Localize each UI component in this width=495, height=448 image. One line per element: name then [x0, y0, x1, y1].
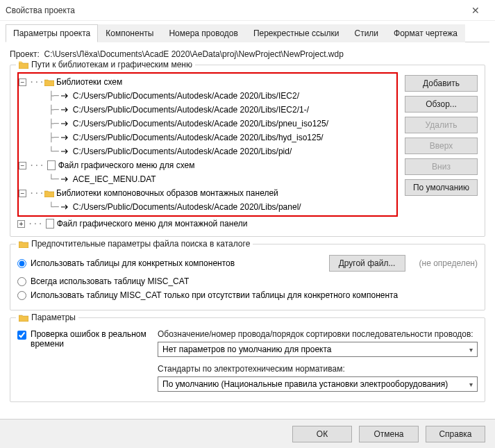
folder-icon — [44, 78, 54, 86]
window-title: Свойства проекта — [6, 6, 462, 15]
tree-node-panel[interactable]: Библиотеки компоновочных образов монтажн… — [56, 188, 278, 198]
tree-node-menu-panel[interactable]: Файл графического меню для монтажной пан… — [57, 219, 248, 229]
expand-icon[interactable]: − — [19, 190, 26, 197]
project-path: C:\Users\Лёха\Documents\AcadE 2020\AeDat… — [44, 49, 344, 59]
tree-item[interactable]: ACE_IEC_MENU.DAT — [73, 174, 156, 184]
folder-icon — [44, 190, 54, 197]
realtime-check[interactable]: Проверка ошибок в реальном времени — [17, 329, 149, 392]
tree-node-schem[interactable]: Библиотеки схем — [56, 77, 122, 87]
catalog-opt1[interactable]: Использовать таблицы для конкретных комп… — [17, 258, 235, 268]
catalog-section-title: Предпочтительные параметры файла поиска … — [31, 239, 250, 249]
ok-button[interactable]: ОК — [292, 426, 352, 442]
tab-xrefs[interactable]: Перекрестные ссылки — [246, 24, 347, 42]
other-file-button[interactable]: Другой файл... — [329, 255, 405, 272]
tab-wires[interactable]: Номера проводов — [161, 24, 246, 42]
arrow-icon — [60, 148, 70, 155]
catalog-opt2[interactable]: Всегда использовать таблицу MISC_CAT — [17, 276, 478, 286]
std-label: Стандарты по электротехническим норматив… — [158, 364, 478, 374]
browse-button[interactable]: Обзор... — [405, 96, 478, 113]
tree-item[interactable]: C:/Users/Public/Documents/Autodesk/Acade… — [73, 105, 309, 115]
tab-styles[interactable]: Стили — [346, 24, 386, 42]
libs-section-title: Пути к библиотекам и графическим меню — [31, 60, 192, 69]
catalog-section: Предпочтительные параметры файла поиска … — [10, 244, 485, 310]
folder-icon — [19, 240, 28, 248]
titlebar: Свойства проекта ✕ — [0, 0, 495, 21]
expand-icon[interactable]: − — [19, 162, 26, 169]
chevron-down-icon: ▾ — [469, 381, 473, 388]
tree-item[interactable]: C:/Users/Public/Documents/Autodesk/Acade… — [73, 202, 301, 212]
params-section: Параметры Проверка ошибок в реальном вре… — [10, 317, 485, 402]
libs-section: Пути к библиотекам и графическим меню −·… — [10, 65, 485, 237]
checkbox-input[interactable] — [17, 331, 26, 340]
arrow-icon — [60, 106, 70, 113]
delete-button[interactable]: Удалить — [405, 117, 478, 133]
highlight-box: −··· Библиотеки схем ├─C:/Users/Public/D… — [17, 72, 398, 217]
tree-item[interactable]: C:/Users/Public/Documents/Autodesk/Acade… — [73, 119, 328, 128]
close-icon[interactable]: ✕ — [462, 5, 489, 16]
project-path-line: Проект: C:\Users\Лёха\Documents\AcadE 20… — [10, 49, 485, 59]
not-defined-label: (не определен) — [419, 258, 478, 268]
tree-item[interactable]: C:/Users/Public/Documents/Autodesk/Acade… — [73, 147, 292, 156]
tree-item[interactable]: C:/Users/Public/Documents/Autodesk/Acade… — [73, 133, 324, 142]
libs-tree[interactable]: −··· Библиотеки схем ├─C:/Users/Public/D… — [17, 72, 398, 231]
desig-combo[interactable]: Нет параметров по умолчанию для проекта … — [158, 342, 478, 357]
add-button[interactable]: Добавить — [405, 75, 478, 92]
arrow-icon — [60, 176, 70, 183]
radio-input[interactable] — [17, 291, 26, 300]
project-label: Проект: — [10, 49, 40, 59]
arrow-icon — [60, 92, 70, 99]
tab-components[interactable]: Компоненты — [98, 24, 161, 42]
chevron-down-icon: ▾ — [469, 346, 473, 354]
catalog-opt3[interactable]: Использовать таблицу MISC_CAT только при… — [17, 290, 478, 300]
up-button[interactable]: Вверх — [405, 138, 478, 154]
folder-icon — [19, 314, 28, 322]
arrow-icon — [60, 204, 70, 210]
radio-input[interactable] — [17, 259, 26, 268]
cancel-button[interactable]: Отмена — [359, 426, 419, 442]
arrow-icon — [60, 134, 70, 141]
arrow-icon — [60, 120, 70, 127]
expand-icon[interactable]: − — [19, 78, 26, 86]
tree-node-menu-schem[interactable]: Файл графического меню для схем — [58, 160, 195, 170]
default-button[interactable]: По умолчанию — [405, 179, 478, 196]
tree-item[interactable]: C:/Users/Public/Documents/Autodesk/Acade… — [73, 91, 299, 101]
page-icon — [47, 160, 56, 170]
folder-icon — [19, 61, 28, 69]
page-icon — [46, 219, 54, 229]
dialog-footer: ОК Отмена Справка — [0, 419, 495, 448]
tabs: Параметры проекта Компоненты Номера пров… — [6, 24, 489, 42]
radio-input[interactable] — [17, 277, 26, 286]
tab-params[interactable]: Параметры проекта — [6, 24, 98, 42]
down-button[interactable]: Вниз — [405, 158, 478, 175]
tab-drawing[interactable]: Формат чертежа — [386, 24, 465, 42]
params-section-title: Параметры — [31, 313, 76, 322]
help-button[interactable]: Справка — [426, 426, 485, 442]
desig-label: Обозначение/номер провода/порядок сортир… — [158, 329, 478, 339]
expand-icon[interactable]: + — [17, 220, 25, 228]
std-combo[interactable]: По умолчанию (Национальные правила устан… — [158, 376, 478, 392]
